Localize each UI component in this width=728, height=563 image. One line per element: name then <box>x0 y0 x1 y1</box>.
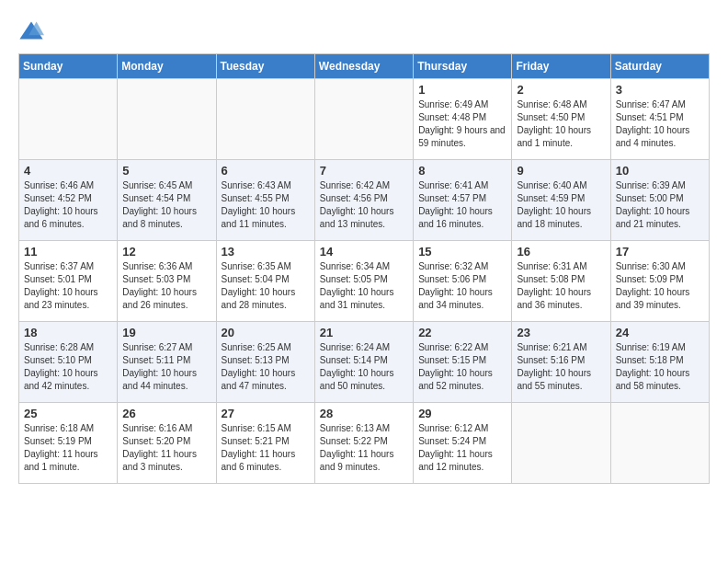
calendar-week-row: 25Sunrise: 6:18 AM Sunset: 5:19 PM Dayli… <box>19 403 710 484</box>
day-number: 5 <box>122 164 210 178</box>
day-info: Sunrise: 6:32 AM Sunset: 5:06 PM Dayligh… <box>418 260 506 312</box>
day-number: 19 <box>122 326 210 339</box>
day-number: 25 <box>24 407 112 420</box>
calendar-cell: 2Sunrise: 6:48 AM Sunset: 4:50 PM Daylig… <box>512 79 610 160</box>
day-header-wednesday: Wednesday <box>314 54 413 79</box>
day-header-saturday: Saturday <box>610 54 709 79</box>
day-number: 9 <box>517 164 605 178</box>
day-number: 27 <box>222 407 310 420</box>
calendar-table: SundayMondayTuesdayWednesdayThursdayFrid… <box>18 53 710 484</box>
logo-icon <box>18 18 44 44</box>
day-info: Sunrise: 6:13 AM Sunset: 5:22 PM Dayligh… <box>320 422 408 474</box>
day-number: 26 <box>122 407 210 420</box>
day-header-thursday: Thursday <box>414 54 512 79</box>
calendar-cell: 8Sunrise: 6:41 AM Sunset: 4:57 PM Daylig… <box>414 160 512 241</box>
day-number: 4 <box>24 164 112 178</box>
calendar-cell: 29Sunrise: 6:12 AM Sunset: 5:24 PM Dayli… <box>414 403 512 484</box>
day-info: Sunrise: 6:15 AM Sunset: 5:21 PM Dayligh… <box>222 422 310 474</box>
day-number: 6 <box>222 164 310 178</box>
calendar-cell: 26Sunrise: 6:16 AM Sunset: 5:20 PM Dayli… <box>118 403 216 484</box>
day-info: Sunrise: 6:36 AM Sunset: 5:03 PM Dayligh… <box>122 260 210 312</box>
calendar-cell: 1Sunrise: 6:49 AM Sunset: 4:48 PM Daylig… <box>414 79 512 160</box>
day-info: Sunrise: 6:39 AM Sunset: 5:00 PM Dayligh… <box>616 179 704 231</box>
calendar-cell: 13Sunrise: 6:35 AM Sunset: 5:04 PM Dayli… <box>216 241 314 322</box>
day-info: Sunrise: 6:30 AM Sunset: 5:09 PM Dayligh… <box>616 260 704 312</box>
day-number: 28 <box>320 407 408 420</box>
day-info: Sunrise: 6:18 AM Sunset: 5:19 PM Dayligh… <box>24 422 112 474</box>
day-number: 1 <box>418 83 506 97</box>
day-number: 14 <box>320 245 408 259</box>
day-info: Sunrise: 6:49 AM Sunset: 4:48 PM Dayligh… <box>418 98 506 150</box>
day-header-monday: Monday <box>118 54 216 79</box>
calendar-week-row: 4Sunrise: 6:46 AM Sunset: 4:52 PM Daylig… <box>19 160 710 241</box>
day-info: Sunrise: 6:21 AM Sunset: 5:16 PM Dayligh… <box>517 341 605 393</box>
calendar-cell: 6Sunrise: 6:43 AM Sunset: 4:55 PM Daylig… <box>216 160 314 241</box>
logo <box>18 18 48 44</box>
day-info: Sunrise: 6:45 AM Sunset: 4:54 PM Dayligh… <box>122 179 210 231</box>
day-header-sunday: Sunday <box>19 54 118 79</box>
day-number: 2 <box>517 83 605 97</box>
calendar-cell <box>512 403 610 484</box>
calendar-week-row: 18Sunrise: 6:28 AM Sunset: 5:10 PM Dayli… <box>19 322 710 403</box>
day-info: Sunrise: 6:16 AM Sunset: 5:20 PM Dayligh… <box>122 422 210 474</box>
calendar-cell: 12Sunrise: 6:36 AM Sunset: 5:03 PM Dayli… <box>118 241 216 322</box>
day-number: 10 <box>616 164 704 178</box>
day-number: 3 <box>616 83 704 97</box>
day-number: 22 <box>418 326 506 339</box>
day-number: 20 <box>222 326 310 339</box>
calendar-cell: 21Sunrise: 6:24 AM Sunset: 5:14 PM Dayli… <box>314 322 413 403</box>
day-info: Sunrise: 6:19 AM Sunset: 5:18 PM Dayligh… <box>616 341 704 393</box>
calendar-cell <box>19 79 118 160</box>
calendar-cell: 9Sunrise: 6:40 AM Sunset: 4:59 PM Daylig… <box>512 160 610 241</box>
day-number: 18 <box>24 326 112 339</box>
calendar-cell: 28Sunrise: 6:13 AM Sunset: 5:22 PM Dayli… <box>314 403 413 484</box>
calendar-cell: 24Sunrise: 6:19 AM Sunset: 5:18 PM Dayli… <box>610 322 709 403</box>
calendar-cell: 11Sunrise: 6:37 AM Sunset: 5:01 PM Dayli… <box>19 241 118 322</box>
calendar-header-row: SundayMondayTuesdayWednesdayThursdayFrid… <box>19 54 710 79</box>
calendar-cell: 27Sunrise: 6:15 AM Sunset: 5:21 PM Dayli… <box>216 403 314 484</box>
day-info: Sunrise: 6:37 AM Sunset: 5:01 PM Dayligh… <box>24 260 112 312</box>
calendar-cell <box>118 79 216 160</box>
calendar-cell: 15Sunrise: 6:32 AM Sunset: 5:06 PM Dayli… <box>414 241 512 322</box>
calendar-cell: 23Sunrise: 6:21 AM Sunset: 5:16 PM Dayli… <box>512 322 610 403</box>
calendar-cell: 25Sunrise: 6:18 AM Sunset: 5:19 PM Dayli… <box>19 403 118 484</box>
day-info: Sunrise: 6:25 AM Sunset: 5:13 PM Dayligh… <box>222 341 310 393</box>
day-number: 29 <box>418 407 506 420</box>
calendar-cell: 18Sunrise: 6:28 AM Sunset: 5:10 PM Dayli… <box>19 322 118 403</box>
day-header-friday: Friday <box>512 54 610 79</box>
day-info: Sunrise: 6:34 AM Sunset: 5:05 PM Dayligh… <box>320 260 408 312</box>
day-info: Sunrise: 6:27 AM Sunset: 5:11 PM Dayligh… <box>122 341 210 393</box>
day-info: Sunrise: 6:22 AM Sunset: 5:15 PM Dayligh… <box>418 341 506 393</box>
day-info: Sunrise: 6:28 AM Sunset: 5:10 PM Dayligh… <box>24 341 112 393</box>
day-number: 7 <box>320 164 408 178</box>
day-number: 21 <box>320 326 408 339</box>
calendar-cell: 17Sunrise: 6:30 AM Sunset: 5:09 PM Dayli… <box>610 241 709 322</box>
calendar-cell: 16Sunrise: 6:31 AM Sunset: 5:08 PM Dayli… <box>512 241 610 322</box>
day-info: Sunrise: 6:31 AM Sunset: 5:08 PM Dayligh… <box>517 260 605 312</box>
day-header-tuesday: Tuesday <box>216 54 314 79</box>
day-info: Sunrise: 6:46 AM Sunset: 4:52 PM Dayligh… <box>24 179 112 231</box>
day-info: Sunrise: 6:42 AM Sunset: 4:56 PM Dayligh… <box>320 179 408 231</box>
day-number: 23 <box>517 326 605 339</box>
day-number: 24 <box>616 326 704 339</box>
page-header <box>18 18 710 44</box>
day-info: Sunrise: 6:47 AM Sunset: 4:51 PM Dayligh… <box>616 98 704 150</box>
calendar-cell: 4Sunrise: 6:46 AM Sunset: 4:52 PM Daylig… <box>19 160 118 241</box>
calendar-week-row: 11Sunrise: 6:37 AM Sunset: 5:01 PM Dayli… <box>19 241 710 322</box>
day-number: 11 <box>24 245 112 259</box>
calendar-cell: 20Sunrise: 6:25 AM Sunset: 5:13 PM Dayli… <box>216 322 314 403</box>
day-info: Sunrise: 6:35 AM Sunset: 5:04 PM Dayligh… <box>222 260 310 312</box>
calendar-cell <box>314 79 413 160</box>
day-number: 12 <box>122 245 210 259</box>
calendar-cell: 7Sunrise: 6:42 AM Sunset: 4:56 PM Daylig… <box>314 160 413 241</box>
day-number: 8 <box>418 164 506 178</box>
calendar-cell <box>216 79 314 160</box>
day-info: Sunrise: 6:12 AM Sunset: 5:24 PM Dayligh… <box>418 422 506 474</box>
day-number: 17 <box>616 245 704 259</box>
calendar-cell: 5Sunrise: 6:45 AM Sunset: 4:54 PM Daylig… <box>118 160 216 241</box>
day-info: Sunrise: 6:48 AM Sunset: 4:50 PM Dayligh… <box>517 98 605 150</box>
calendar-week-row: 1Sunrise: 6:49 AM Sunset: 4:48 PM Daylig… <box>19 79 710 160</box>
day-info: Sunrise: 6:40 AM Sunset: 4:59 PM Dayligh… <box>517 179 605 231</box>
day-info: Sunrise: 6:24 AM Sunset: 5:14 PM Dayligh… <box>320 341 408 393</box>
day-number: 15 <box>418 245 506 259</box>
